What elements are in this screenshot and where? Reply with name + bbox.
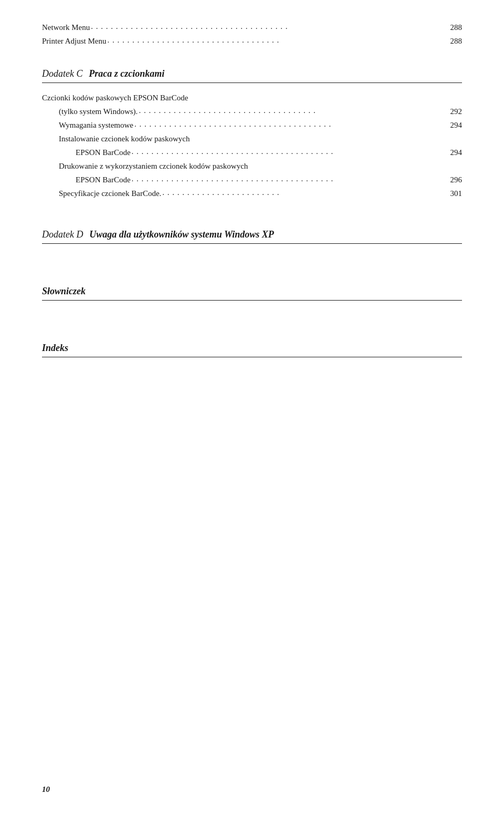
index-title: Indeks — [42, 343, 462, 354]
toc-entry-czcionki: Czcionki kodów paskowych EPSON BarCode (… — [42, 91, 462, 118]
appendix-c-header: Dodatek C Praca z czcionkami — [42, 68, 462, 83]
toc-dots-specyfikacje: . . . . . . . . . . . . . . . . . . . . … — [162, 186, 447, 199]
toc-page-wymagania: 294 — [450, 119, 463, 131]
toc-label-drukowanie2: EPSON BarCode — [76, 173, 131, 186]
toc-page-printer-adjust: 288 — [450, 35, 463, 47]
toc-dots-drukowanie2: . . . . . . . . . . . . . . . . . . . . … — [132, 172, 447, 185]
toc-label-instalowanie2: EPSON BarCode — [76, 146, 131, 159]
toc-entry-wymagania: Wymagania systemowe . . . . . . . . . . … — [42, 119, 462, 131]
toc-page-czcionki2: 292 — [450, 105, 463, 118]
toc-entry-czcionki-line1: Czcionki kodów paskowych EPSON BarCode — [42, 91, 462, 104]
toc-entry-drukowanie-line1: Drukowanie z wykorzystaniem czcionek kod… — [42, 160, 462, 172]
toc-dots-content-czcionki2: . . . . . . . . . . . . . . . . . . . . … — [139, 104, 447, 117]
toc-dots-content-wymagania: . . . . . . . . . . . . . . . . . . . . … — [134, 118, 447, 130]
toc-page-specyfikacje: 301 — [450, 187, 463, 200]
toc-entry-network-menu: Network Menu . . . . . . . . . . . . . .… — [42, 21, 462, 34]
toc-label-network-menu: Network Menu — [42, 21, 90, 34]
toc-entry-czcionki-line2: (tylko system Windows). . . . . . . . . … — [42, 105, 462, 118]
toc-dots-content-printer-adjust: . . . . . . . . . . . . . . . . . . . . … — [108, 34, 447, 46]
toc-dots-content-network-menu: . . . . . . . . . . . . . . . . . . . . … — [91, 20, 447, 33]
page-number: 10 — [42, 785, 50, 794]
toc-label-czcionki2: (tylko system Windows). — [42, 105, 138, 118]
toc-label-wymagania: Wymagania systemowe — [59, 119, 133, 131]
index-header: Indeks — [42, 343, 462, 357]
glossary-header: Słowniczek — [42, 286, 462, 301]
appendix-d-header: Dodatek D Uwaga dla użytkowników systemu… — [42, 229, 462, 244]
appendix-c-label: Dodatek C — [42, 68, 82, 79]
toc-label-specyfikacje: Specyfikacje czcionek BarCode. — [59, 187, 161, 200]
appendix-d-title: Uwaga dla użytkowników systemu Windows X… — [89, 229, 274, 240]
toc-entry-specyfikacje: Specyfikacje czcionek BarCode. . . . . .… — [42, 187, 462, 200]
toc-label-printer-adjust: Printer Adjust Menu — [42, 35, 107, 47]
toc-entry-drukowanie-line2: EPSON BarCode . . . . . . . . . . . . . … — [42, 173, 462, 186]
toc-entry-printer-adjust: Printer Adjust Menu . . . . . . . . . . … — [42, 35, 462, 47]
toc-label-czcionki: Czcionki kodów paskowych EPSON BarCode — [42, 91, 188, 104]
toc-dots-instalowanie2: . . . . . . . . . . . . . . . . . . . . … — [132, 145, 447, 158]
toc-dots-wymagania: . . . . . . . . . . . . . . . . . . . . … — [134, 118, 447, 130]
toc-entry-instalowanie-line2: EPSON BarCode . . . . . . . . . . . . . … — [42, 146, 462, 159]
toc-dots-content-drukowanie2: . . . . . . . . . . . . . . . . . . . . … — [132, 172, 447, 185]
toc-label-instalowanie: Instalowanie czcionek kodów paskowych — [59, 132, 190, 145]
toc-label-drukowanie: Drukowanie z wykorzystaniem czcionek kod… — [59, 160, 248, 172]
page: Network Menu . . . . . . . . . . . . . .… — [0, 0, 504, 815]
toc-dots-content-specyfikacje: . . . . . . . . . . . . . . . . . . . . … — [162, 186, 447, 199]
toc-dots-network-menu: . . . . . . . . . . . . . . . . . . . . … — [91, 20, 447, 33]
appendix-d-label: Dodatek D — [42, 229, 83, 240]
toc-dots-printer-adjust: . . . . . . . . . . . . . . . . . . . . … — [108, 34, 447, 46]
toc-section: Network Menu . . . . . . . . . . . . . .… — [42, 21, 462, 47]
toc-page-instalowanie2: 294 — [450, 146, 463, 159]
toc-dots-content-instalowanie2: . . . . . . . . . . . . . . . . . . . . … — [132, 145, 447, 158]
toc-entry-instalowanie-line1: Instalowanie czcionek kodów paskowych — [42, 132, 462, 145]
toc-page-drukowanie2: 296 — [450, 173, 463, 186]
glossary-title: Słowniczek — [42, 286, 462, 297]
toc-dots-czcionki2: . . . . . . . . . . . . . . . . . . . . … — [139, 104, 447, 117]
appendix-c-content: Czcionki kodów paskowych EPSON BarCode (… — [42, 91, 462, 200]
appendix-c-title: Praca z czcionkami — [89, 68, 164, 79]
toc-page-network-menu: 288 — [450, 21, 463, 34]
